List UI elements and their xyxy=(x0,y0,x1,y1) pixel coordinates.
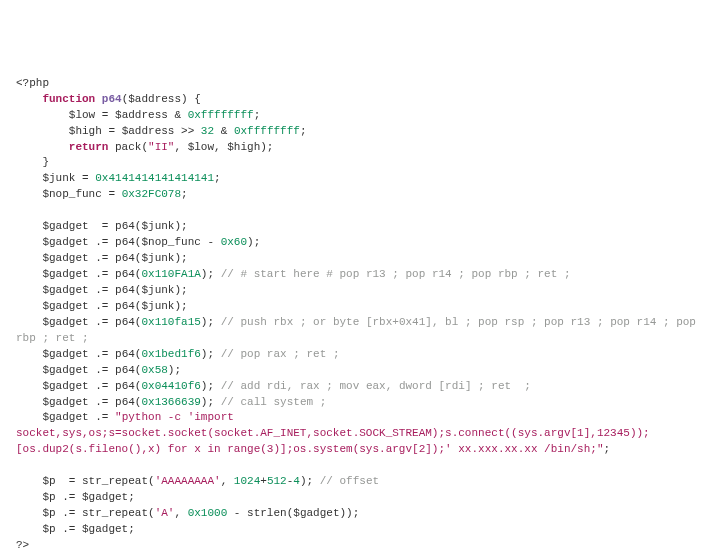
const-58: 0x58 xyxy=(141,364,167,376)
op-amp: & xyxy=(168,109,188,121)
var-gadget: $gadget xyxy=(42,316,88,328)
var-nop-func: $nop_func xyxy=(42,188,101,200)
op-cat: .= p64( xyxy=(89,268,142,280)
call-strrepeat: str_repeat( xyxy=(82,507,155,519)
const-junk: 0x4141414141414141 xyxy=(95,172,214,184)
var-low: $low xyxy=(188,141,214,153)
var-gadget: $gadget xyxy=(42,284,88,296)
var-gadget: $gadget xyxy=(42,396,88,408)
keyword-return: return xyxy=(69,141,109,153)
var-junk: $junk xyxy=(141,300,174,312)
fn-name-p64: p64 xyxy=(102,93,122,105)
const-32: 32 xyxy=(201,125,214,137)
op-minus: - xyxy=(201,236,221,248)
const-1000: 0x1000 xyxy=(188,507,228,519)
op-eq: = xyxy=(102,188,122,200)
comment-poprax: // pop rax ; ret ; xyxy=(214,348,339,360)
const-0441: 0x04410f6 xyxy=(141,380,200,392)
op-cat: .= p64( xyxy=(89,300,142,312)
op-cat-str: .= xyxy=(56,507,82,519)
var-gadget: $gadget xyxy=(42,348,88,360)
var-junk: $junk xyxy=(141,252,174,264)
op-cat: .= p64( xyxy=(89,380,142,392)
const-fa1a: 0x110FA1A xyxy=(141,268,200,280)
str-a: 'A' xyxy=(155,507,175,519)
var-gadget: $gadget xyxy=(42,364,88,376)
const-mask: 0xffffffff xyxy=(234,125,300,137)
call-pack: pack( xyxy=(108,141,148,153)
const-1bed: 0x1bed1f6 xyxy=(141,348,200,360)
php-open-tag: <?php xyxy=(16,77,49,89)
var-gadget: $gadget xyxy=(42,411,88,423)
op-cat: .= p64( xyxy=(89,252,142,264)
var-address: $address xyxy=(122,125,175,137)
var-gadget: $gadget xyxy=(42,300,88,312)
str-aaaa: 'AAAAAAAA' xyxy=(155,475,221,487)
var-high: $high xyxy=(227,141,260,153)
call-strlen: - strlen( xyxy=(227,507,293,519)
const-nop: 0x32FC078 xyxy=(122,188,181,200)
var-nop-func: $nop_func xyxy=(141,236,200,248)
op-eq: = xyxy=(75,172,95,184)
var-low: $low xyxy=(69,109,95,121)
op-assign: = p64( xyxy=(89,220,142,232)
op-amp: & xyxy=(214,125,234,137)
var-junk: $junk xyxy=(141,220,174,232)
code-block: <?php function p64($address) { $low = $a… xyxy=(16,76,703,556)
var-gadget: $gadget xyxy=(293,507,339,519)
keyword-function: function xyxy=(42,93,95,105)
var-gadget: $gadget xyxy=(42,220,88,232)
comment-callsys: // call system ; xyxy=(214,396,326,408)
comment-offset: // offset xyxy=(313,475,379,487)
op-cat: .= p64( xyxy=(89,284,142,296)
var-junk: $junk xyxy=(42,172,75,184)
str-ii: "II" xyxy=(148,141,174,153)
var-p: $p xyxy=(42,523,55,535)
comment-start: // # start here # pop r13 ; pop r14 ; po… xyxy=(214,268,570,280)
op-shr: >> xyxy=(174,125,200,137)
const-mask: 0xffffffff xyxy=(188,109,254,121)
op-eq: = xyxy=(95,109,115,121)
op-cat: .= p64( xyxy=(89,236,142,248)
op-cat-str: .= xyxy=(56,491,82,503)
op-plus: + xyxy=(260,475,267,487)
op-cat-str: .= xyxy=(89,411,115,423)
var-p: $p xyxy=(42,475,55,487)
const-60: 0x60 xyxy=(221,236,247,248)
php-close-tag: ?> xyxy=(16,539,29,551)
const-512: 512 xyxy=(267,475,287,487)
var-gadget: $gadget xyxy=(82,523,128,535)
op-cat: .= p64( xyxy=(89,396,142,408)
const-fa15: 0x110fa15 xyxy=(141,316,200,328)
const-4: 4 xyxy=(293,475,300,487)
const-1366: 0x1366639 xyxy=(141,396,200,408)
op-cat: .= p64( xyxy=(89,364,142,376)
param-address: $address xyxy=(128,93,181,105)
op-cat: .= p64( xyxy=(89,316,142,328)
var-p: $p xyxy=(42,507,55,519)
op-cat-str: .= xyxy=(56,523,82,535)
op-eq: = xyxy=(102,125,122,137)
call-strrepeat: str_repeat( xyxy=(82,475,155,487)
const-1024: 1024 xyxy=(234,475,260,487)
var-gadget: $gadget xyxy=(42,252,88,264)
var-gadget: $gadget xyxy=(42,268,88,280)
op-cat: .= p64( xyxy=(89,348,142,360)
var-gadget: $gadget xyxy=(82,491,128,503)
var-gadget: $gadget xyxy=(42,380,88,392)
var-junk: $junk xyxy=(141,284,174,296)
var-high: $high xyxy=(69,125,102,137)
comment-addrdi: // add rdi, rax ; mov eax, dword [rdi] ;… xyxy=(214,380,531,392)
var-address: $address xyxy=(115,109,168,121)
var-gadget: $gadget xyxy=(42,236,88,248)
var-p: $p xyxy=(42,491,55,503)
